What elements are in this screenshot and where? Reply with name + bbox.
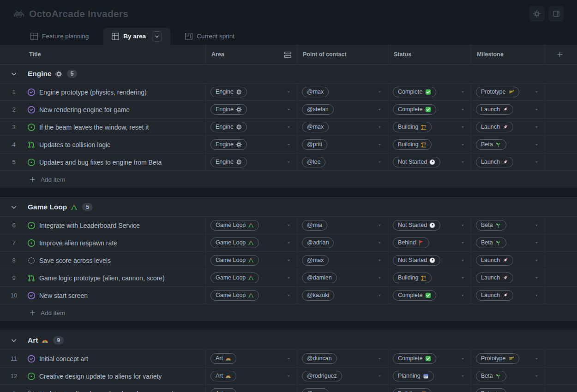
row-title-cell[interactable]: Initial concept art [28, 350, 205, 367]
caret-down-icon[interactable] [460, 142, 465, 147]
area-cell[interactable]: Game Loop [205, 217, 297, 234]
settings-button[interactable] [529, 6, 545, 22]
contact-cell[interactable]: @max [297, 252, 388, 269]
caret-down-icon[interactable] [286, 142, 291, 147]
caret-down-icon[interactable] [377, 293, 382, 298]
caret-down-icon[interactable] [534, 258, 539, 263]
group-header[interactable]: Game Loop 5 [0, 198, 577, 216]
status-cell[interactable]: Planning [388, 368, 471, 385]
side-panel-button[interactable] [548, 6, 564, 22]
area-cell[interactable]: Engine [205, 136, 297, 153]
caret-down-icon[interactable] [286, 293, 291, 298]
area-cell[interactable]: Engine [205, 154, 297, 171]
caret-down-icon[interactable] [534, 293, 539, 298]
column-header-milestone[interactable]: Milestone [471, 45, 545, 64]
area-cell[interactable]: Art [205, 385, 297, 392]
caret-down-icon[interactable] [377, 258, 382, 263]
row-title-cell[interactable]: Creative design update to aliens for var… [28, 368, 205, 385]
row-title-cell[interactable]: Save score across levels [28, 252, 205, 269]
row-title-cell[interactable]: Integrate with Leaderboard Service [28, 217, 205, 234]
caret-down-icon[interactable] [377, 275, 382, 280]
group-header[interactable]: Art 9 [0, 331, 577, 350]
caret-down-icon[interactable] [460, 240, 465, 245]
row-title-cell[interactable]: New rendering engine for game [28, 101, 205, 118]
contact-cell[interactable]: @rodriguez [297, 368, 388, 385]
tab-feature-planning[interactable]: Feature planning [22, 28, 97, 45]
row-title-cell[interactable]: Updates and bug fixes to engine from Bet… [28, 154, 205, 171]
row-title-cell[interactable]: Updates to alien, beam, bomb and cannon … [28, 385, 205, 392]
caret-down-icon[interactable] [534, 125, 539, 130]
caret-down-icon[interactable] [286, 223, 291, 228]
area-cell[interactable]: Game Loop [205, 234, 297, 251]
caret-down-icon[interactable] [460, 125, 465, 130]
caret-down-icon[interactable] [286, 275, 291, 280]
area-cell[interactable]: Game Loop [205, 252, 297, 269]
caret-down-icon[interactable] [286, 160, 291, 165]
area-cell[interactable]: Engine [205, 101, 297, 118]
caret-down-icon[interactable] [286, 258, 291, 263]
add-column-button[interactable] [545, 45, 577, 64]
chevron-down-icon[interactable] [0, 337, 28, 344]
status-cell[interactable]: Not Started [388, 154, 471, 171]
row-title-cell[interactable]: Game logic prototype (alien, cannon, sco… [28, 269, 205, 286]
milestone-cell[interactable]: Prototype [471, 83, 545, 101]
milestone-cell[interactable]: Beta [471, 234, 545, 251]
contact-cell[interactable]: @lee [297, 154, 388, 171]
contact-cell[interactable]: @adrian [297, 234, 388, 251]
caret-down-icon[interactable] [377, 125, 382, 130]
area-cell[interactable]: Art [205, 350, 297, 367]
group-header[interactable]: Engine 5 [0, 65, 577, 83]
status-cell[interactable]: Building [388, 136, 471, 153]
milestone-cell[interactable]: Launch [471, 154, 545, 171]
caret-down-icon[interactable] [534, 107, 539, 112]
status-cell[interactable]: Complete [388, 101, 471, 118]
milestone-cell[interactable]: Beta [471, 385, 545, 392]
column-header-status[interactable]: Status [388, 45, 471, 64]
caret-down-icon[interactable] [377, 223, 382, 228]
caret-down-icon[interactable] [286, 89, 291, 95]
caret-down-icon[interactable] [460, 160, 465, 165]
contact-cell[interactable]: @mia [297, 217, 388, 234]
status-cell[interactable]: Complete [388, 287, 471, 304]
milestone-cell[interactable]: Beta [471, 368, 545, 385]
area-cell[interactable]: Engine [205, 83, 297, 101]
status-cell[interactable]: Not Started [388, 252, 471, 269]
caret-down-icon[interactable] [286, 107, 291, 112]
caret-down-icon[interactable] [534, 240, 539, 245]
caret-down-icon[interactable] [377, 160, 382, 165]
status-cell[interactable]: Complete [388, 350, 471, 367]
column-header-area[interactable]: Area [205, 45, 297, 64]
contact-cell[interactable]: @damien [297, 269, 388, 286]
contact-cell[interactable]: @sam [297, 385, 388, 392]
tab-by-area[interactable]: By area [103, 28, 170, 45]
chevron-down-icon[interactable] [0, 70, 28, 77]
contact-cell[interactable]: @max [297, 119, 388, 136]
caret-down-icon[interactable] [286, 125, 291, 130]
chevron-down-icon[interactable] [0, 203, 28, 211]
contact-cell[interactable]: @duncan [297, 350, 388, 367]
column-header-contact[interactable]: Point of contact [297, 45, 388, 64]
caret-down-icon[interactable] [460, 107, 465, 112]
area-cell[interactable]: Art [205, 368, 297, 385]
milestone-cell[interactable]: Launch [471, 119, 545, 136]
caret-down-icon[interactable] [286, 374, 291, 379]
tab-options-button[interactable] [152, 31, 162, 42]
tab-current-sprint[interactable]: Current sprint [177, 28, 243, 45]
caret-down-icon[interactable] [534, 356, 539, 361]
caret-down-icon[interactable] [460, 258, 465, 263]
status-cell[interactable]: Building [388, 269, 471, 286]
caret-down-icon[interactable] [460, 275, 465, 280]
milestone-cell[interactable]: Beta [471, 136, 545, 153]
caret-down-icon[interactable] [460, 356, 465, 361]
milestone-cell[interactable]: Launch [471, 287, 545, 304]
caret-down-icon[interactable] [534, 160, 539, 165]
caret-down-icon[interactable] [460, 223, 465, 228]
row-title-cell[interactable]: If the beam leaves the window, reset it [28, 119, 205, 136]
caret-down-icon[interactable] [534, 142, 539, 147]
milestone-cell[interactable]: Prototype [471, 350, 545, 367]
caret-down-icon[interactable] [286, 240, 291, 245]
add-item-button[interactable]: Add item [0, 171, 577, 188]
caret-down-icon[interactable] [460, 374, 465, 379]
caret-down-icon[interactable] [377, 107, 382, 112]
contact-cell[interactable]: @max [297, 83, 388, 101]
